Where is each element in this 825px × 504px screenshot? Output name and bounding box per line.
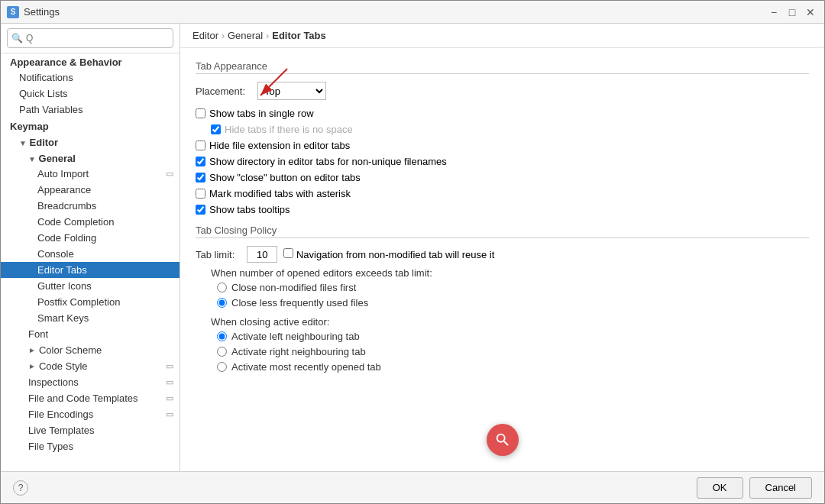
sidebar-item-appearance[interactable]: Appearance bbox=[1, 182, 180, 198]
nav-reuse-checkbox[interactable] bbox=[283, 248, 293, 258]
sidebar-item-code-folding[interactable]: Code Folding bbox=[1, 230, 180, 246]
show-single-row-text: Show tabs in single row bbox=[209, 108, 314, 119]
sidebar-item-editor-tabs[interactable]: Editor Tabs bbox=[1, 262, 180, 278]
show-directory-checkbox[interactable] bbox=[196, 157, 205, 166]
breadcrumb-sep-1: › bbox=[222, 31, 225, 41]
content-area: 🔍 Appearance & Behavior Notifications Qu… bbox=[1, 24, 824, 471]
show-close-btn-row: Show "close" button on editor tabs bbox=[196, 172, 809, 183]
color-scheme-triangle-icon: ► bbox=[28, 346, 36, 354]
tab-limit-row: Tab limit: Navigation from non-modified … bbox=[196, 246, 809, 263]
sidebar-item-inspections[interactable]: Inspections ▭ bbox=[1, 374, 180, 390]
hide-extension-checkbox[interactable] bbox=[196, 141, 205, 150]
main-panel: Editor › General › Editor Tabs Tab Appea… bbox=[180, 24, 824, 471]
close-less-frequent-label[interactable]: Close less frequently used files bbox=[231, 297, 368, 309]
titlebar-left: S Settings bbox=[7, 6, 60, 18]
sidebar-item-code-style[interactable]: ► Code Style ▭ bbox=[1, 358, 180, 374]
breadcrumb-part-editor: Editor bbox=[192, 30, 218, 41]
window-title: Settings bbox=[24, 6, 60, 18]
closing-active-title: When closing active editor: bbox=[211, 316, 809, 328]
file-templates-badge-icon: ▭ bbox=[166, 393, 173, 403]
mark-modified-text: Mark modified tabs with asterisk bbox=[209, 188, 351, 199]
code-style-badge-icon: ▭ bbox=[166, 361, 173, 371]
activate-recent-label[interactable]: Activate most recently opened tab bbox=[231, 361, 381, 373]
breadcrumb-part-general: General bbox=[228, 30, 263, 41]
editor-triangle-icon: ▼ bbox=[19, 139, 27, 147]
sidebar-section-editor[interactable]: ▼ Editor bbox=[1, 134, 180, 150]
minimize-button[interactable]: − bbox=[766, 5, 781, 20]
sidebar-item-file-code-templates[interactable]: File and Code Templates ▭ bbox=[1, 390, 180, 406]
activate-right-row: Activate right neighbouring tab bbox=[211, 346, 809, 357]
exceeds-title: When number of opened editors exceeds ta… bbox=[211, 267, 809, 279]
nav-reuse-label[interactable]: Navigation from non-modified tab will re… bbox=[283, 248, 494, 260]
code-style-triangle-icon: ► bbox=[28, 362, 36, 370]
sidebar-item-auto-import[interactable]: Auto Import ▭ bbox=[1, 166, 180, 182]
placement-select[interactable]: Top Bottom Left Right bbox=[257, 82, 326, 100]
hide-extension-row: Hide file extension in editor tabs bbox=[196, 140, 809, 151]
search-icon: 🔍 bbox=[11, 33, 23, 44]
search-wrap: 🔍 bbox=[7, 28, 173, 48]
breadcrumb: Editor › General › Editor Tabs bbox=[180, 24, 824, 48]
show-tooltips-text: Show tabs tooltips bbox=[209, 204, 290, 215]
activate-recent-row: Activate most recently opened tab bbox=[211, 361, 809, 373]
close-non-modified-label[interactable]: Close non-modified files first bbox=[231, 282, 356, 293]
settings-content: Tab Appearance Placement: Top Bottom Lef… bbox=[180, 48, 824, 471]
activate-right-radio[interactable] bbox=[217, 347, 227, 357]
general-triangle-icon: ▼ bbox=[28, 155, 36, 163]
sidebar-item-code-completion[interactable]: Code Completion bbox=[1, 214, 180, 230]
floating-search-button[interactable] bbox=[487, 424, 519, 456]
breadcrumb-sep-2: › bbox=[266, 31, 269, 41]
tab-appearance-header: Tab Appearance bbox=[196, 60, 809, 74]
cancel-button[interactable]: Cancel bbox=[749, 477, 812, 499]
hide-extension-label[interactable]: Hide file extension in editor tabs bbox=[196, 140, 350, 151]
close-less-frequent-radio[interactable] bbox=[217, 298, 227, 308]
close-less-frequent-row: Close less frequently used files bbox=[211, 297, 809, 309]
activate-left-label[interactable]: Activate left neighbouring tab bbox=[231, 331, 360, 342]
mark-modified-checkbox[interactable] bbox=[196, 189, 205, 199]
sidebar-item-smart-keys[interactable]: Smart Keys bbox=[1, 310, 180, 326]
sidebar-item-quick-lists[interactable]: Quick Lists bbox=[1, 86, 180, 102]
search-input[interactable] bbox=[7, 28, 173, 48]
sidebar-section-keymap: Keymap bbox=[1, 118, 180, 134]
sidebar-item-font[interactable]: Font bbox=[1, 326, 180, 342]
sidebar-item-postfix-completion[interactable]: Postfix Completion bbox=[1, 294, 180, 310]
floating-search-icon bbox=[494, 431, 511, 448]
sidebar-item-color-scheme[interactable]: ► Color Scheme bbox=[1, 342, 180, 358]
sidebar-item-gutter-icons[interactable]: Gutter Icons bbox=[1, 278, 180, 294]
show-close-btn-checkbox[interactable] bbox=[196, 173, 205, 183]
titlebar-controls: − □ ✕ bbox=[766, 5, 818, 20]
show-single-row-checkbox[interactable] bbox=[196, 108, 205, 118]
show-directory-label[interactable]: Show directory in editor tabs for non-un… bbox=[196, 156, 447, 167]
sidebar-item-live-templates[interactable]: Live Templates bbox=[1, 422, 180, 438]
maximize-button[interactable]: □ bbox=[785, 5, 800, 20]
sidebar-item-file-encodings[interactable]: File Encodings ▭ bbox=[1, 406, 180, 422]
closing-active-group: When closing active editor: Activate lef… bbox=[196, 316, 809, 373]
sidebar-item-console[interactable]: Console bbox=[1, 246, 180, 262]
inspections-badge-icon: ▭ bbox=[166, 377, 173, 387]
sidebar-tree: Appearance & Behavior Notifications Quic… bbox=[1, 53, 180, 471]
sidebar-item-notifications[interactable]: Notifications bbox=[1, 69, 180, 86]
sidebar-section-general[interactable]: ▼ General bbox=[1, 150, 180, 166]
sidebar-item-breadcrumbs[interactable]: Breadcrumbs bbox=[1, 198, 180, 214]
show-close-btn-label[interactable]: Show "close" button on editor tabs bbox=[196, 172, 361, 183]
activate-left-radio[interactable] bbox=[217, 331, 227, 341]
show-tooltips-checkbox[interactable] bbox=[196, 205, 205, 215]
tab-limit-input[interactable] bbox=[247, 246, 277, 263]
sidebar-item-file-types[interactable]: File Types bbox=[1, 438, 180, 454]
show-single-row-label[interactable]: Show tabs in single row bbox=[196, 108, 314, 119]
show-tooltips-label[interactable]: Show tabs tooltips bbox=[196, 204, 290, 215]
sidebar-item-path-variables[interactable]: Path Variables bbox=[1, 102, 180, 118]
file-encodings-badge-icon: ▭ bbox=[166, 409, 173, 419]
hide-no-space-text: Hide tabs if there is no space bbox=[225, 124, 353, 135]
help-button[interactable]: ? bbox=[13, 480, 28, 496]
activate-right-label[interactable]: Activate right neighbouring tab bbox=[231, 346, 366, 357]
activate-recent-radio[interactable] bbox=[217, 362, 227, 372]
ok-button[interactable]: OK bbox=[697, 477, 743, 499]
placement-row: Placement: Top Bottom Left Right bbox=[196, 82, 809, 100]
hide-no-space-label[interactable]: Hide tabs if there is no space bbox=[211, 124, 353, 135]
hide-extension-text: Hide file extension in editor tabs bbox=[209, 140, 350, 151]
hide-no-space-checkbox[interactable] bbox=[211, 124, 221, 134]
close-non-modified-radio[interactable] bbox=[217, 283, 227, 292]
search-box: 🔍 bbox=[1, 24, 180, 53]
close-button[interactable]: ✕ bbox=[803, 5, 818, 20]
mark-modified-label[interactable]: Mark modified tabs with asterisk bbox=[196, 188, 351, 199]
